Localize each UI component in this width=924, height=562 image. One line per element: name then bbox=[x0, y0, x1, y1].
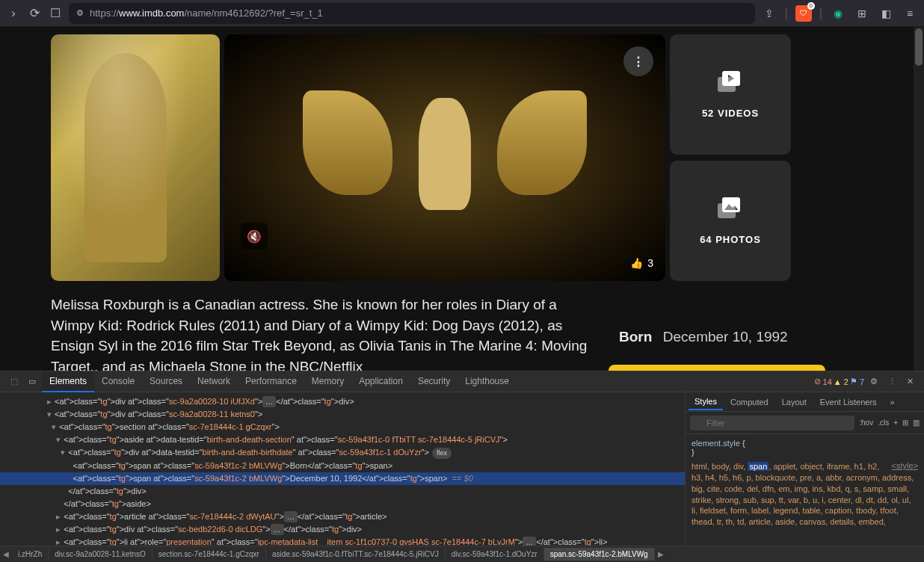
extensions-icon[interactable]: ⊞ bbox=[854, 5, 870, 22]
videos-label: 52 VIDEOS bbox=[702, 108, 759, 119]
devtools-settings-icon[interactable]: ⚙ bbox=[866, 374, 882, 390]
styles-tab-layout[interactable]: Layout bbox=[776, 395, 813, 410]
forward-button[interactable]: › bbox=[6, 6, 21, 21]
devtools-tab-lighthouse[interactable]: Lighthouse bbox=[458, 371, 517, 392]
breadcrumb-item[interactable]: div.sc-59a43f1c-1.dOuYzr bbox=[446, 548, 544, 561]
breadcrumb-item[interactable]: i.zHrZh bbox=[12, 548, 49, 561]
breadcrumb-item[interactable]: section.sc-7e18444c-1.gCzqxr bbox=[153, 548, 266, 561]
new-rule-icon[interactable]: + bbox=[893, 419, 898, 427]
share-icon[interactable]: ⇪ bbox=[761, 5, 777, 22]
styles-tab-styles[interactable]: Styles bbox=[689, 394, 723, 410]
cls-toggle[interactable]: .cls bbox=[878, 419, 889, 427]
dom-line[interactable]: ▾<at">class="tg">section at">class="sc-7… bbox=[0, 421, 685, 433]
dom-line[interactable]: ▸<at">class="tg">li at">role="presentati… bbox=[0, 536, 685, 546]
page-content: ⋮ 🔇 👍 3 52 VIDEOS 64 PHOTOS Melissa bbox=[0, 27, 924, 371]
svg-rect-2 bbox=[718, 77, 736, 92]
born-section: Born December 10, 1992 bbox=[619, 294, 873, 371]
styles-tab-event-listeners[interactable]: Event Listeners bbox=[814, 395, 883, 410]
video-library-icon bbox=[718, 71, 743, 99]
styles-tabs: StylesComputedLayoutEvent Listeners» bbox=[686, 392, 924, 412]
dom-line[interactable]: ▸<at">class="tg">div at">class="sc-bedb2… bbox=[0, 523, 685, 536]
devtools-tab-memory[interactable]: Memory bbox=[304, 371, 351, 392]
inspect-icon[interactable]: ⬚ bbox=[6, 374, 22, 390]
reset-rule[interactable]: <style> html, body, div, span, applet, o… bbox=[692, 461, 918, 528]
born-value[interactable]: December 10, 1992 bbox=[663, 329, 788, 345]
element-style-rule[interactable]: element.style {} bbox=[692, 439, 918, 457]
computed-icon[interactable]: ⊞ bbox=[902, 419, 908, 427]
dom-line[interactable]: </at">class="tg">aside> bbox=[0, 498, 685, 510]
born-label: Born bbox=[619, 329, 652, 345]
device-icon[interactable]: ▭ bbox=[24, 374, 40, 390]
breadcrumb-right-arrow[interactable]: ▶ bbox=[655, 550, 667, 558]
breadcrumb-left-arrow[interactable]: ◀ bbox=[0, 550, 12, 558]
styles-panel: StylesComputedLayoutEvent Listeners» :ho… bbox=[685, 392, 924, 546]
devtools-tabbar: ⬚ ▭ ElementsConsoleSourcesNetworkPerform… bbox=[0, 371, 924, 392]
bookmark-button[interactable]: ☐ bbox=[48, 6, 63, 21]
breadcrumb-item[interactable]: span.sc-59a43f1c-2.bMLVWg bbox=[544, 548, 655, 561]
warning-count[interactable]: ▲ 2 bbox=[834, 377, 848, 386]
dom-breadcrumb[interactable]: ◀ i.zHrZhdiv.sc-9a2a0028-11.ketnsOsectio… bbox=[0, 546, 924, 562]
url-bar[interactable]: ⚙ https://www.imdb.com/name/nm4612692/?r… bbox=[69, 3, 755, 24]
dom-line[interactable]: ▾<at">class="tg">div at">class="sc-9a2a0… bbox=[0, 408, 685, 421]
dom-line[interactable]: ▸<at">class="tg">article at">class="sc-7… bbox=[0, 510, 685, 523]
cta-button-partial[interactable] bbox=[609, 365, 825, 371]
layout-icon[interactable]: ▥ bbox=[913, 419, 920, 427]
likes-count: 3 bbox=[647, 257, 653, 269]
url-text: https://www.imdb.com/name/nm4612692/?ref… bbox=[90, 7, 323, 19]
breadcrumb-item[interactable]: div.sc-9a2a0028-11.ketnsO bbox=[49, 548, 153, 561]
menu-icon[interactable]: ≡ bbox=[902, 5, 918, 22]
browser-toolbar: › ⟳ ☐ ⚙ https://www.imdb.com/name/nm4612… bbox=[0, 0, 924, 27]
dom-line[interactable]: <at">class="tg">span at">class="sc-59a43… bbox=[0, 460, 685, 472]
dom-line[interactable]: ▾<at">class="tg">div at">data-testid="bi… bbox=[0, 446, 685, 460]
video-more-button[interactable]: ⋮ bbox=[623, 46, 653, 76]
dom-tree[interactable]: ▸<at">class="tg">div at">class="sc-9a2a0… bbox=[0, 392, 685, 546]
devtools-panel: ⬚ ▭ ElementsConsoleSourcesNetworkPerform… bbox=[0, 371, 924, 562]
grammarly-icon[interactable]: ◉ bbox=[830, 5, 846, 22]
page-scrollbar[interactable] bbox=[914, 27, 924, 371]
styles-filter-input[interactable] bbox=[690, 416, 854, 430]
photos-card[interactable]: 64 PHOTOS bbox=[670, 161, 791, 281]
mute-button[interactable]: 🔇 bbox=[241, 223, 268, 250]
photo-library-icon bbox=[718, 197, 743, 225]
videos-card[interactable]: 52 VIDEOS bbox=[670, 34, 791, 155]
svg-rect-5 bbox=[718, 203, 736, 218]
sidebar-icon[interactable]: ◧ bbox=[878, 5, 894, 22]
styles-tab-computed[interactable]: Computed bbox=[724, 395, 774, 410]
dom-line[interactable]: ▸<at">class="tg">div at">class="sc-9a2a0… bbox=[0, 395, 685, 408]
video-player[interactable]: ⋮ 🔇 👍 3 bbox=[224, 34, 665, 281]
devtools-close-icon[interactable]: ✕ bbox=[902, 374, 918, 390]
devtools-more-icon[interactable]: ⋮ bbox=[884, 374, 900, 390]
dom-line[interactable]: <at">class="tg">span at">class="sc-59a43… bbox=[0, 472, 685, 485]
devtools-tab-console[interactable]: Console bbox=[94, 371, 142, 392]
brave-shield-icon[interactable]: 🛡0 bbox=[795, 5, 812, 22]
devtools-tab-network[interactable]: Network bbox=[190, 371, 238, 392]
thumbs-up-icon: 👍 bbox=[630, 257, 643, 269]
devtools-tab-sources[interactable]: Sources bbox=[142, 371, 190, 392]
reload-button[interactable]: ⟳ bbox=[27, 6, 42, 21]
stylesheet-link[interactable]: <style> bbox=[892, 461, 918, 470]
info-count[interactable]: ⚑ 7 bbox=[850, 377, 864, 386]
devtools-tab-elements[interactable]: Elements bbox=[42, 371, 94, 392]
devtools-tab-performance[interactable]: Performance bbox=[238, 371, 304, 392]
styles-tabs-more[interactable]: » bbox=[884, 395, 901, 410]
poster-image[interactable] bbox=[51, 34, 220, 281]
bio-text: Melissa Roxburgh is a Canadian actress. … bbox=[51, 294, 589, 371]
dom-line[interactable]: ▾<at">class="tg">aside at">data-testid="… bbox=[0, 433, 685, 446]
devtools-tab-security[interactable]: Security bbox=[410, 371, 458, 392]
photos-label: 64 PHOTOS bbox=[700, 234, 761, 245]
devtools-tab-application[interactable]: Application bbox=[351, 371, 410, 392]
breadcrumb-item[interactable]: aside.sc-59a43f1c-0.fTbiTT.sc-7e18444c-5… bbox=[266, 548, 446, 561]
video-likes[interactable]: 👍 3 bbox=[630, 257, 653, 269]
site-settings-icon[interactable]: ⚙ bbox=[76, 8, 84, 18]
error-count[interactable]: ⊘ 14 bbox=[814, 377, 832, 386]
dom-line[interactable]: </at">class="tg">div> bbox=[0, 485, 685, 498]
hov-toggle[interactable]: :hov bbox=[859, 419, 873, 427]
